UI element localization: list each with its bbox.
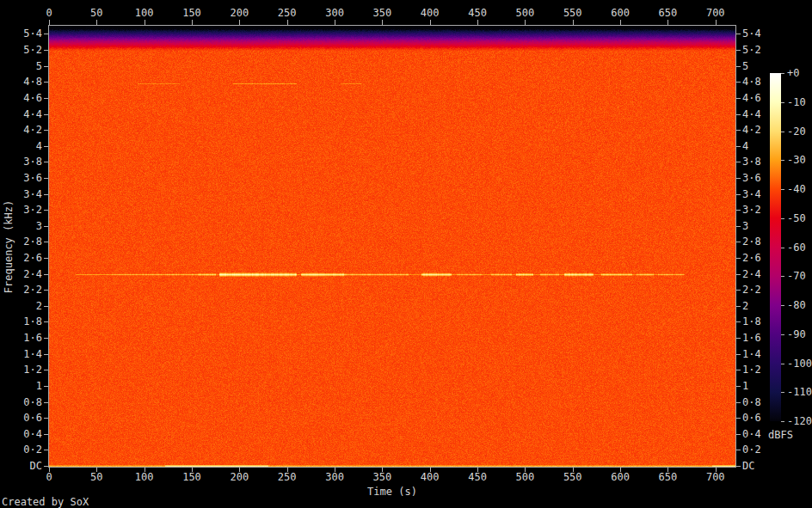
x-axis-tick-label-bottom: 300	[325, 472, 344, 483]
x-axis-tick-top	[716, 20, 717, 25]
y-axis-tick-label-left: 0·4	[23, 428, 42, 439]
y-axis-tick-label-right: 2·2	[742, 285, 761, 296]
y-axis-tick-left	[44, 434, 48, 435]
y-axis-tick-right	[736, 34, 741, 34]
colorbar-tick	[781, 73, 784, 74]
y-axis-tick-right	[736, 194, 741, 195]
y-axis-tick-right	[736, 338, 741, 339]
y-axis-tick-right	[736, 386, 741, 387]
x-axis-tick-label-bottom: 450	[468, 472, 487, 483]
x-axis-tick-label-bottom: 550	[563, 472, 582, 483]
x-axis-tick-label-bottom: 200	[231, 472, 249, 483]
y-axis-tick-left	[44, 338, 48, 339]
x-axis-title: Time (s)	[367, 487, 417, 498]
x-axis-tick-top	[525, 20, 526, 25]
y-axis-tick-left	[44, 274, 48, 275]
x-axis-tick-top	[287, 20, 288, 25]
x-axis-tick-top	[96, 20, 97, 25]
y-axis-tick-right	[736, 321, 741, 322]
colorbar-tick-label: -40	[787, 184, 806, 195]
x-axis-tick-top	[430, 20, 431, 25]
y-axis-tick-left	[44, 98, 48, 99]
x-axis-tick-bottom	[667, 468, 668, 472]
colorbar-tick	[781, 189, 784, 190]
y-axis-tick-label-left: DC	[30, 461, 42, 472]
y-axis-tick-label-right: 1·8	[742, 316, 761, 327]
y-axis-tick-right	[736, 130, 741, 131]
colorbar-tick	[781, 218, 784, 219]
y-axis-tick-label-right: 3·4	[742, 188, 761, 199]
y-axis-tick-right	[736, 258, 741, 259]
y-axis-tick-label-left: 3·2	[23, 205, 42, 216]
y-axis-tick-right	[736, 162, 741, 162]
y-axis-tick-right	[736, 354, 741, 355]
x-axis-tick-label-bottom: 500	[516, 472, 535, 483]
colorbar-tick	[781, 305, 784, 306]
x-axis-tick-bottom	[620, 468, 621, 472]
y-axis-tick-left	[44, 34, 48, 34]
y-axis-tick-left	[44, 386, 48, 387]
x-axis-tick-top	[573, 20, 574, 25]
y-axis-tick-label-left: 5·4	[23, 28, 42, 40]
y-axis-tick-label-right: 4	[742, 140, 748, 151]
y-axis-tick-right	[736, 450, 741, 450]
y-axis-tick-right	[736, 306, 741, 307]
y-axis-tick-left	[44, 82, 48, 83]
y-axis-tick-label-left: 1·4	[23, 348, 42, 359]
y-axis-tick-label-right: 5	[742, 60, 748, 71]
y-axis-tick-left	[44, 354, 48, 355]
x-axis-tick-label-top: 400	[421, 8, 440, 19]
colorbar-tick-label: -80	[787, 300, 806, 311]
x-axis-tick-label-top: 600	[611, 8, 630, 19]
y-axis-tick-left	[44, 50, 48, 51]
y-axis-tick-right	[736, 402, 741, 403]
y-axis-tick-label-right: 1·4	[742, 348, 761, 359]
x-axis-tick-label-bottom: 400	[421, 472, 440, 483]
y-axis-tick-label-right: 4·6	[742, 92, 761, 103]
y-axis-title: Frequency (kHz)	[3, 200, 15, 293]
x-axis-tick-top	[382, 20, 383, 25]
y-axis-tick-label-right: 1	[742, 380, 748, 391]
y-axis-tick-left	[44, 162, 48, 162]
colorbar-tick-label: -120	[787, 416, 812, 427]
colorbar-tick-label: -30	[787, 155, 806, 166]
colorbar-tick-label: -90	[787, 328, 806, 340]
y-axis-tick-right	[736, 434, 741, 435]
x-axis-tick-bottom	[192, 468, 193, 472]
colorbar-gradient	[770, 73, 781, 421]
y-axis-tick-right	[736, 146, 741, 147]
x-axis-tick-top	[49, 20, 50, 25]
y-axis-tick-left	[44, 66, 48, 67]
y-axis-tick-label-right: 4·4	[742, 108, 761, 119]
y-axis-tick-right	[736, 98, 741, 99]
x-axis-tick-label-bottom: 50	[90, 472, 102, 483]
y-axis-tick-label-left: 0·8	[23, 396, 42, 407]
y-axis-tick-label-right: 5·4	[742, 28, 761, 40]
y-axis-tick-label-right: 2·8	[742, 236, 761, 248]
x-axis-tick-label-top: 50	[90, 8, 102, 19]
y-axis-tick-right	[736, 66, 741, 67]
colorbar-tick	[781, 276, 784, 277]
colorbar-tick	[781, 160, 784, 161]
colorbar-tick	[781, 334, 784, 335]
y-axis-tick-label-left: 3·8	[23, 156, 42, 168]
y-axis-tick-left	[44, 194, 48, 195]
y-axis-tick-label-left: 1·8	[23, 316, 42, 327]
y-axis-tick-label-right: 3	[742, 220, 748, 231]
y-axis-tick-label-left: 3	[36, 220, 42, 231]
y-axis-tick-right	[736, 290, 741, 291]
y-axis-tick-right	[736, 178, 741, 179]
x-axis-tick-label-top: 150	[182, 8, 201, 19]
x-axis-tick-label-top: 650	[659, 8, 678, 19]
y-axis-tick-label-left: 3·6	[23, 172, 42, 183]
x-axis-tick-bottom	[287, 468, 288, 472]
x-axis-tick-bottom	[525, 468, 526, 472]
x-axis-tick-label-bottom: 0	[46, 472, 52, 483]
y-axis-tick-label-left: 4	[36, 140, 42, 151]
x-axis-tick-bottom	[382, 468, 383, 472]
y-axis-tick-label-left: 1·6	[23, 333, 42, 344]
x-axis-tick-bottom	[145, 468, 145, 472]
colorbar-tick-label: +0	[787, 68, 799, 79]
x-axis-tick-top	[335, 20, 335, 25]
x-axis-tick-bottom	[716, 468, 717, 472]
